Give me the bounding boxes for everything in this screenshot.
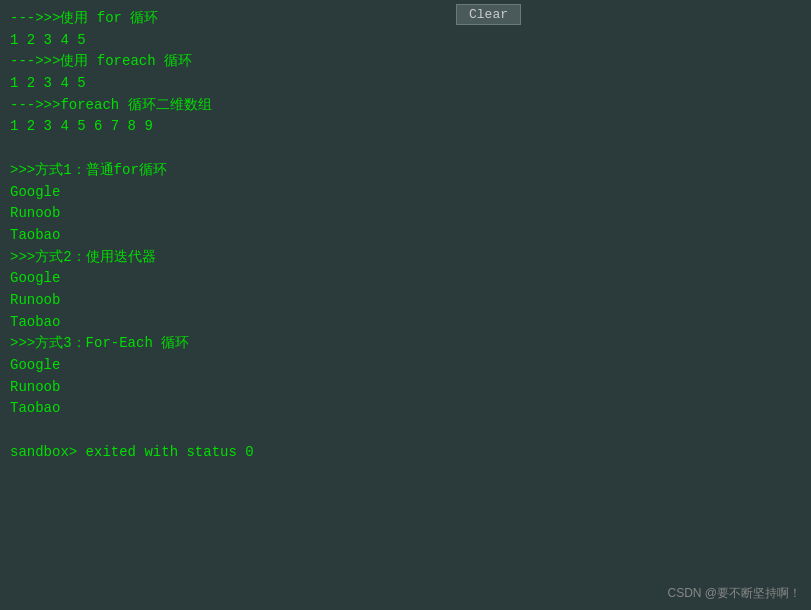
terminal-line: Taobao (10, 312, 801, 334)
terminal-line: Taobao (10, 225, 801, 247)
terminal-line: Runoob (10, 203, 801, 225)
terminal-content: --->>>使用 for 循环1 2 3 4 5--->>>使用 foreach… (10, 8, 801, 463)
terminal-line (10, 420, 801, 442)
terminal-line: --->>>foreach 循环二维数组 (10, 95, 801, 117)
terminal-line: Taobao (10, 398, 801, 420)
terminal-line: Runoob (10, 377, 801, 399)
terminal-line: sandbox> exited with status 0 (10, 442, 801, 464)
terminal-line: 1 2 3 4 5 (10, 73, 801, 95)
terminal-line: 1 2 3 4 5 6 7 8 9 (10, 116, 801, 138)
terminal-line: --->>>使用 for 循环 (10, 8, 801, 30)
terminal-line: Google (10, 182, 801, 204)
terminal-line (10, 138, 801, 160)
terminal-window: Clear --->>>使用 for 循环1 2 3 4 5--->>>使用 f… (0, 0, 811, 610)
terminal-line: 1 2 3 4 5 (10, 30, 801, 52)
terminal-line: >>>方式1：普通for循环 (10, 160, 801, 182)
terminal-line: --->>>使用 foreach 循环 (10, 51, 801, 73)
watermark: CSDN @要不断坚持啊！ (667, 585, 801, 602)
terminal-line: Runoob (10, 290, 801, 312)
terminal-line: >>>方式2：使用迭代器 (10, 247, 801, 269)
clear-button[interactable]: Clear (456, 4, 521, 25)
terminal-line: >>>方式3：For-Each 循环 (10, 333, 801, 355)
terminal-line: Google (10, 268, 801, 290)
terminal-line: Google (10, 355, 801, 377)
